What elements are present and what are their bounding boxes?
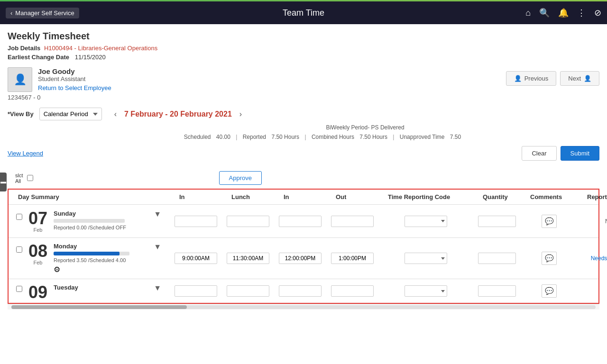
view-by-select[interactable]: Calendar Period Weekly Monthly: [39, 108, 102, 120]
next-button[interactable]: Next 👤: [560, 71, 599, 86]
status-cell-07: New: [578, 216, 607, 227]
earliest-change-label: Earliest Change Date: [8, 54, 69, 61]
previous-button[interactable]: 👤 Previous: [506, 71, 557, 86]
day-reported-08: Reported 3.50 /Scheduled 4.00: [54, 257, 126, 263]
in2-input-08[interactable]: [279, 253, 322, 264]
employee-id: 1234567 - 0: [8, 94, 599, 101]
period-next-button[interactable]: ›: [237, 109, 245, 119]
combined-value: 7.50 Hours: [359, 134, 387, 140]
col-header-qty: Quantity: [481, 193, 528, 200]
day-icon-08: ⚙: [54, 265, 146, 274]
circle-slash-icon[interactable]: ⊘: [594, 8, 601, 18]
all-label: All: [15, 178, 21, 184]
qty-input-08[interactable]: [478, 253, 516, 264]
day-number-col-09: 09: [26, 284, 50, 301]
qty-cell-07: [473, 214, 521, 229]
qty-cell-09: [473, 283, 521, 299]
day-progress-bar-07: [54, 219, 125, 223]
trc-cell-07: [378, 214, 473, 229]
clear-button[interactable]: Clear: [522, 146, 556, 161]
out-input-07[interactable]: [331, 216, 374, 227]
next-label: Next: [568, 75, 581, 82]
back-button[interactable]: ‹ Manager Self Service: [6, 8, 79, 18]
pipe1: |: [236, 134, 239, 140]
day-expand-09[interactable]: ▼: [150, 284, 165, 292]
out-cell-08: [326, 251, 378, 266]
search-icon[interactable]: 🔍: [539, 8, 550, 18]
horizontal-scrollbar[interactable]: [8, 304, 599, 309]
in-input-09[interactable]: [175, 285, 217, 297]
timesheet-header: Day Summary In Lunch In Out Time Reporti…: [9, 190, 598, 205]
lunch-input-07[interactable]: [227, 216, 269, 227]
employee-row: 👤 Joe Goody Student Assistant Return to …: [8, 67, 599, 92]
action-buttons: Clear Submit: [522, 146, 599, 161]
bell-icon[interactable]: 🔔: [558, 8, 569, 18]
scrollbar-track: [11, 305, 596, 309]
qty-input-07[interactable]: [478, 216, 516, 227]
row-checkbox-08[interactable]: [16, 246, 22, 253]
lunch-input-08[interactable]: [227, 253, 269, 264]
view-legend-link[interactable]: View Legend: [8, 150, 43, 157]
comment-button-09[interactable]: 💬: [542, 284, 557, 298]
comment-cell-07: 💬: [521, 213, 578, 230]
comment-button-08[interactable]: 💬: [542, 252, 557, 265]
pipe2: |: [304, 134, 307, 140]
trc-select-07[interactable]: [405, 216, 447, 227]
row-checkbox-09[interactable]: [16, 286, 22, 292]
return-to-select-link[interactable]: Return to Select Employee: [38, 84, 111, 91]
submit-button[interactable]: Submit: [561, 146, 599, 161]
status-cell-08: Needs Approval: [578, 253, 607, 264]
day-number-col-07: 07 Feb: [26, 210, 50, 233]
main-content: Weekly Timesheet Job Details H1000494 - …: [0, 24, 607, 316]
day-expand-07[interactable]: ▼: [150, 210, 165, 218]
comment-cell-08: 💬: [521, 250, 578, 267]
prev-next-buttons: 👤 Previous Next 👤: [506, 71, 599, 86]
out-input-09[interactable]: [331, 285, 374, 297]
home-icon[interactable]: ⌂: [525, 8, 531, 18]
trc-select-09[interactable]: [405, 285, 447, 297]
day-details-09: Tuesday: [54, 284, 146, 293]
side-panel[interactable]: ▐: [0, 173, 7, 191]
comment-button-07[interactable]: 💬: [542, 215, 557, 228]
col-header-comments: Comments: [528, 193, 585, 200]
pipe3: |: [393, 134, 395, 140]
day-reported-07: Reported 0.00 /Scheduled OFF: [54, 225, 146, 230]
lunch-input-09[interactable]: [227, 285, 269, 297]
status-text-07: New: [603, 218, 607, 225]
approve-button[interactable]: Approve: [219, 171, 262, 185]
timesheet-container: Day Summary In Lunch In Out Time Reporti…: [8, 189, 599, 304]
in-input-08[interactable]: [175, 253, 217, 264]
in2-input-07[interactable]: [279, 216, 322, 227]
day-progress-bar-08: [54, 252, 129, 255]
col-header-day-summary: Day Summary: [16, 193, 177, 200]
row-checkbox-07[interactable]: [16, 214, 22, 220]
in2-cell-09: [274, 283, 326, 299]
employee-info: Joe Goody Student Assistant Return to Se…: [38, 67, 111, 91]
combined-label: Combined Hours: [312, 134, 354, 140]
period-date-range: 7 February - 20 February 2021: [124, 110, 232, 118]
day-name-09: Tuesday: [54, 284, 146, 291]
period-prev-button[interactable]: ‹: [111, 109, 120, 119]
col-header-in: In: [177, 193, 230, 200]
scrollbar-thumb: [11, 305, 187, 309]
day-expand-08[interactable]: ▼: [150, 243, 165, 251]
out-input-08[interactable]: [331, 253, 374, 264]
view-by-row: *View By Calendar Period Weekly Monthly …: [8, 108, 599, 120]
qty-input-09[interactable]: [478, 285, 516, 297]
status-cell-09: [578, 289, 607, 293]
next-icon: 👤: [584, 75, 591, 82]
trc-select-08[interactable]: [405, 253, 447, 264]
back-label: Manager Self Service: [15, 9, 74, 17]
back-icon: ‹: [10, 9, 12, 17]
out-cell-07: [326, 214, 378, 229]
in-input-07[interactable]: [175, 216, 217, 227]
employee-name: Joe Goody: [38, 67, 111, 75]
select-all-checkbox[interactable]: [27, 175, 33, 181]
in2-input-09[interactable]: [279, 285, 322, 297]
day-details-07: Sunday Reported 0.00 /Scheduled OFF: [54, 210, 146, 230]
in-cell-09: [170, 283, 222, 299]
job-details-row: Job Details H1000494 - Libraries-General…: [8, 45, 599, 52]
employee-title: Student Assistant: [38, 75, 111, 82]
employee-left: 👤 Joe Goody Student Assistant Return to …: [8, 67, 111, 92]
more-icon[interactable]: ⋮: [577, 8, 586, 18]
